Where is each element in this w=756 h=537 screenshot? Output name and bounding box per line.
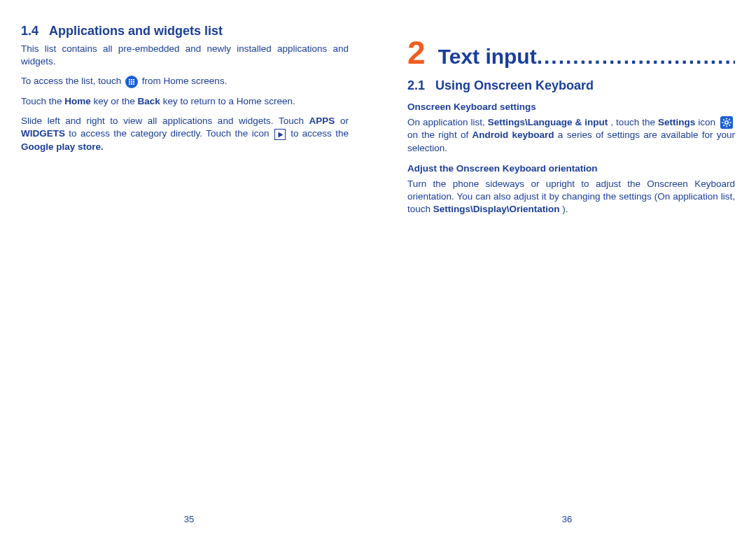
android-keyboard-label: Android keyboard [472,130,554,140]
section-title: Applications and widgets list [49,24,349,39]
apps-tab-label: APPS [309,116,335,126]
svg-rect-4 [729,123,731,124]
chapter-title: Text input.............................. [438,45,735,69]
page-number: 35 [0,514,378,524]
page-number: 36 [378,514,756,524]
leader-dots: .............................. [537,45,735,68]
text: To access the list, touch [21,76,124,86]
section-number: 1.4 [21,24,49,39]
play-store-icon [274,129,286,140]
svg-rect-5 [722,119,724,121]
settings-gear-icon [720,116,733,129]
svg-point-0 [725,121,728,124]
text: to access the [290,128,349,139]
page-36: 2 Text input............................… [378,0,756,537]
subheading: Adjust the Onscreen Keyboard orientation [407,163,735,174]
text: from Home screens. [142,76,227,86]
text: on the right of [407,130,472,140]
svg-rect-2 [726,126,727,127]
text: ). [562,204,568,214]
paragraph: On application list, Settings\Language &… [407,116,735,155]
paragraph: Slide left and right to view all applica… [21,115,349,153]
text: to access the category directly. Touch t… [69,128,273,139]
google-play-store-label: Google play store. [21,141,104,152]
paragraph: Turn the phone sideways or upright to ad… [407,178,735,216]
svg-rect-8 [723,125,725,127]
section-title: Using Onscreen Keyboard [435,78,735,93]
chapter-number: 2 [407,36,426,69]
text: On application list, [407,117,488,127]
back-key-label: Back [138,96,160,106]
widgets-tab-label: WIDGETS [21,128,65,139]
svg-rect-7 [729,119,731,121]
svg-rect-6 [729,125,731,127]
text: Slide left and right to view all applica… [21,116,309,126]
text: , touch the [610,117,658,127]
page-35: 1.4 Applications and widgets list This l… [0,0,378,537]
paragraph: Touch the Home key or the Back key to re… [21,95,349,108]
section-1-4-heading: 1.4 Applications and widgets list [21,24,349,39]
svg-rect-3 [722,123,723,124]
section-2-1-heading: 2.1 Using Onscreen Keyboard [407,78,735,93]
home-key-label: Home [64,96,91,106]
settings-path-label: Settings\Language & input [488,117,608,127]
text: Touch the [21,96,64,106]
chapter-title-text: Text input [438,45,537,68]
paragraph: This list contains all pre-embedded and … [21,43,349,68]
apps-grid-icon [125,76,138,88]
text: icon [698,117,718,127]
text: or [340,116,349,126]
settings-label: Settings [658,117,695,127]
orientation-path-label: Settings\Display\Orientation [433,204,560,214]
subheading: Onscreen Keyboard settings [407,102,735,112]
chapter-2-heading: 2 Text input............................… [407,36,735,69]
section-number: 2.1 [407,78,435,93]
text: key or the [94,96,138,106]
svg-rect-1 [726,118,727,120]
text: key to return to a Home screen. [163,96,295,106]
paragraph: To access the list, touch from Home scre… [21,75,349,88]
page-spread: 1.4 Applications and widgets list This l… [0,0,756,537]
